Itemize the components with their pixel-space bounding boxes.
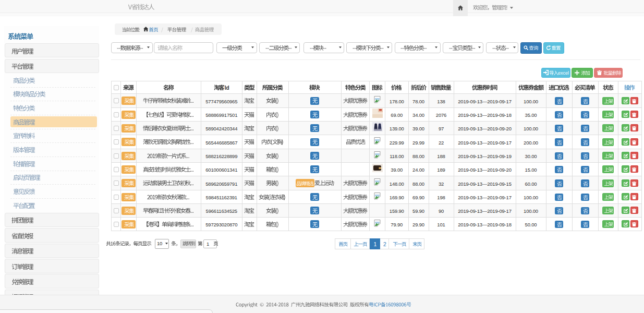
svg-text:excel: excel <box>558 70 569 76</box>
